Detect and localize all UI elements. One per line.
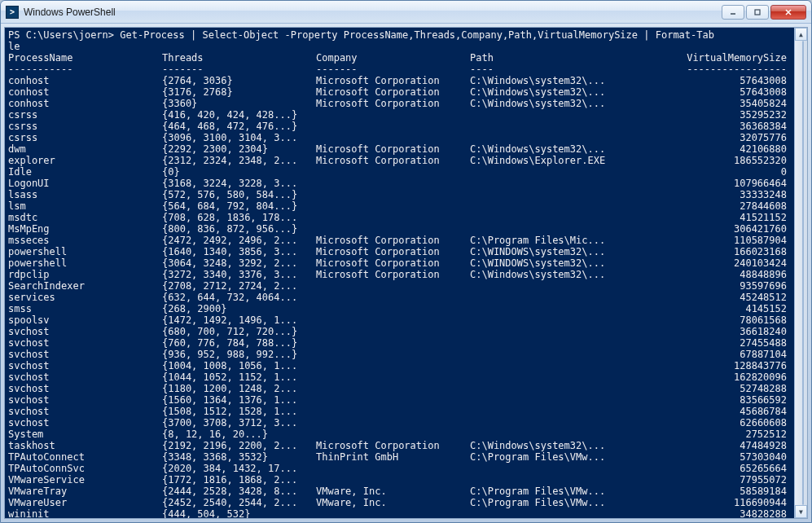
cell-path: C:\Windows\system32\... [470,440,681,451]
cell-vmsize: 162820096 [681,371,787,383]
cell-path: C:\Windows\system32\... [470,75,681,86]
cell-processname: csrss [8,121,162,132]
cell-processname: conhost [8,75,162,86]
cell-threads: {3096, 3100, 3104, 3... [162,132,316,143]
table-row: conhost{3176, 2768}Microsoft Corporation… [8,86,791,98]
cell-processname: svchost [8,337,162,349]
close-button[interactable] [770,5,806,20]
table-row: spoolsv{1472, 1492, 1496, 1...78061568 [8,314,791,326]
table-row: taskhost{2192, 2196, 2200, 2...Microsoft… [8,440,791,451]
cell-vmsize: 2752512 [681,429,787,440]
command-text: Get-Process | Select-Object -Property Pr… [120,29,714,41]
table-row: dwm{2292, 2300, 2304}Microsoft Corporati… [8,143,791,155]
cell-processname: powershell [8,257,162,269]
command-text-wrap: le [8,41,20,52]
cell-vmsize: 4145152 [681,303,787,314]
cell-processname: conhost [8,86,162,98]
cell-processname: powershell [8,246,162,257]
cell-threads: {2708, 2712, 2724, 2... [162,280,316,292]
cell-vmsize: 35405824 [681,98,787,109]
cell-processname: TPAutoConnSvc [8,463,162,474]
cell-threads: {1772, 1816, 1868, 2... [162,474,316,486]
table-row: MsMpEng{800, 836, 872, 956...}306421760 [8,223,791,235]
table-row: conhost{3360}Microsoft CorporationC:\Win… [8,98,791,109]
window-title: Windows PowerShell [24,7,722,18]
cell-processname: lsass [8,189,162,200]
table-row: LogonUI{3168, 3224, 3228, 3...107966464 [8,178,791,189]
table-row: System{8, 12, 16, 20...}2752512 [8,429,791,440]
cell-vmsize: 67887104 [681,349,787,360]
cell-vmsize: 186552320 [681,155,787,166]
table-row: svchost{1508, 1512, 1528, 1...45686784 [8,406,791,417]
cell-path: C:\WINDOWS\system32\... [470,246,681,257]
vertical-scrollbar[interactable]: ▲ ▼ [794,28,807,518]
cell-processname: taskhost [8,440,162,451]
cell-company: Microsoft Corporation [316,246,470,257]
cell-processname: csrss [8,109,162,121]
cell-threads: {3360} [162,98,316,109]
table-row: msdtc{708, 628, 1836, 178...41521152 [8,212,791,223]
cell-vmsize: 240103424 [681,257,787,269]
cell-vmsize: 57303040 [681,451,787,463]
scroll-up-button[interactable]: ▲ [795,28,807,41]
maximize-button[interactable] [746,5,769,20]
cell-processname: explorer [8,155,162,166]
cell-company: Microsoft Corporation [316,235,470,246]
cell-vmsize: 57643008 [681,75,787,86]
column-underline: ------- [316,64,470,75]
table-row: rdpclip{3272, 3340, 3376, 3...Microsoft … [8,269,791,280]
table-row: explorer{2312, 2324, 2348, 2...Microsoft… [8,155,791,166]
column-underline: ----------- [8,64,162,75]
cell-threads: {3272, 3340, 3376, 3... [162,269,316,280]
cell-processname: msdtc [8,212,162,223]
cell-threads: {0} [162,166,316,178]
table-row: SearchIndexer{2708, 2712, 2724, 2...9359… [8,280,791,292]
cell-threads: {2444, 2528, 3428, 8... [162,486,316,497]
minimize-button[interactable] [722,5,744,20]
cell-threads: {680, 700, 712, 720...} [162,326,316,337]
cell-threads: {8, 12, 16, 20...} [162,429,316,440]
cell-processname: svchost [8,371,162,383]
cell-processname: wininit [8,508,162,518]
cell-vmsize: 93597696 [681,280,787,292]
cell-vmsize: 110587904 [681,235,787,246]
cell-threads: {2472, 2492, 2496, 2... [162,235,316,246]
cell-threads: {2764, 3036} [162,75,316,86]
cell-processname: VMwareService [8,474,162,486]
cell-vmsize: 27844608 [681,200,787,212]
cell-company: Microsoft Corporation [316,269,470,280]
cell-vmsize: 116690944 [681,497,787,508]
cell-processname: svchost [8,349,162,360]
cell-threads: {572, 576, 580, 584...} [162,189,316,200]
scroll-thumb[interactable] [802,41,804,505]
console-output[interactable]: PS C:\Users\joern> Get-Process | Select-… [5,28,794,518]
cell-processname: conhost [8,98,162,109]
table-row: csrss{416, 420, 424, 428...}35295232 [8,109,791,121]
cell-company: Microsoft Corporation [316,86,470,98]
cell-vmsize: 57643008 [681,86,787,98]
table-row: csrss{3096, 3100, 3104, 3...32075776 [8,132,791,143]
table-row: wininit{444, 504, 532}34828288 [8,508,791,518]
cell-processname: svchost [8,406,162,417]
scroll-down-button[interactable]: ▼ [795,505,807,518]
cell-path: C:\Windows\Explorer.EXE [470,155,681,166]
titlebar[interactable]: Windows PowerShell [1,1,811,24]
cell-path: C:\WINDOWS\system32\... [470,257,681,269]
cell-threads: {3348, 3368, 3532} [162,451,316,463]
cell-vmsize: 36368384 [681,121,787,132]
cell-threads: {1044, 1052, 1152, 1... [162,371,316,383]
table-row: svchost{1004, 1008, 1056, 1...128843776 [8,360,791,371]
table-row: csrss{464, 468, 472, 476...}36368384 [8,121,791,132]
cell-processname: System [8,429,162,440]
cell-vmsize: 36618240 [681,326,787,337]
cell-processname: svchost [8,326,162,337]
table-row: svchost{680, 700, 712, 720...}36618240 [8,326,791,337]
table-row: svchost{1180, 1200, 1248, 2...52748288 [8,383,791,394]
cell-threads: {1004, 1008, 1056, 1... [162,360,316,371]
cell-threads: {3168, 3224, 3228, 3... [162,178,316,189]
cell-processname: lsm [8,200,162,212]
table-row: TPAutoConnect{3348, 3368, 3532}ThinPrint… [8,451,791,463]
svg-rect-1 [755,10,760,15]
cell-vmsize: 166023168 [681,246,787,257]
cell-path: C:\Program Files\VMw... [470,497,681,508]
